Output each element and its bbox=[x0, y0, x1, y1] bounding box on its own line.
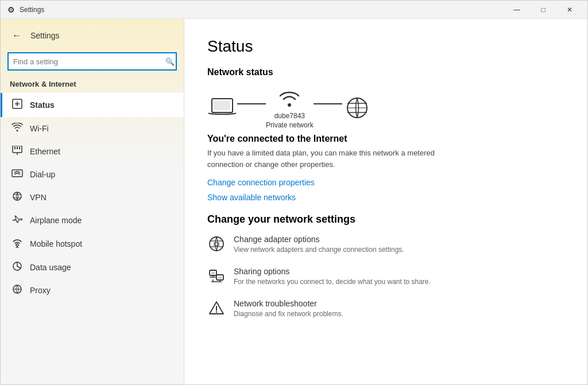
ethernet-icon bbox=[11, 146, 23, 157]
troubleshooter-title: Network troubleshooter bbox=[234, 299, 343, 308]
sidebar-item-ethernet-label: Ethernet bbox=[30, 147, 60, 156]
adapter-text: Change adapter options View network adap… bbox=[234, 235, 404, 254]
sidebar-item-dialup-label: Dial-up bbox=[30, 170, 55, 179]
network-status-title: Network status bbox=[207, 67, 564, 77]
change-connection-link[interactable]: Change connection properties bbox=[207, 178, 564, 187]
sidebar-item-dialup[interactable]: Dial-up bbox=[1, 163, 184, 186]
sidebar-item-status-label: Status bbox=[30, 100, 55, 110]
app-icon: ⚙ bbox=[7, 5, 15, 14]
main-content: Status Network status bbox=[184, 19, 587, 384]
sidebar-item-airplane-label: Airplane mode bbox=[30, 216, 82, 225]
svg-point-7 bbox=[13, 192, 21, 200]
svg-rect-32 bbox=[218, 277, 222, 279]
wifi-diagram-icon bbox=[276, 87, 303, 110]
sidebar-item-ethernet[interactable]: Ethernet bbox=[1, 140, 184, 163]
svg-point-10 bbox=[16, 244, 18, 246]
sidebar-item-wifi-label: Wi-Fi bbox=[30, 124, 49, 133]
change-settings-title: Change your network settings bbox=[207, 213, 564, 225]
hotspot-icon bbox=[11, 238, 23, 250]
maximize-button[interactable]: □ bbox=[530, 1, 556, 19]
titlebar-left: ⚙ Settings bbox=[7, 5, 44, 14]
search-icon: 🔍 bbox=[165, 57, 175, 66]
wifi-diagram-item: dube7843 Private network bbox=[266, 87, 314, 129]
adapter-title: Change adapter options bbox=[234, 235, 404, 244]
sharing-icon bbox=[207, 268, 226, 287]
dialup-icon bbox=[11, 169, 23, 180]
svg-point-23 bbox=[210, 237, 223, 251]
settings-item-troubleshooter: Network troubleshooter Diagnose and fix … bbox=[207, 299, 564, 320]
laptop-diagram-item bbox=[207, 96, 237, 119]
globe-icon bbox=[342, 96, 372, 119]
network-type: Private network bbox=[266, 121, 314, 129]
sidebar-item-proxy-label: Proxy bbox=[30, 286, 51, 295]
sidebar-item-datausage-label: Data usage bbox=[30, 263, 71, 272]
sidebar-item-datausage[interactable]: Data usage bbox=[1, 256, 184, 279]
sidebar-item-wifi[interactable]: Wi-Fi bbox=[1, 117, 184, 140]
sidebar-item-vpn-label: VPN bbox=[30, 193, 47, 202]
sharing-title: Sharing options bbox=[234, 267, 431, 276]
airplane-icon bbox=[11, 215, 23, 226]
back-icon: ← bbox=[12, 30, 21, 41]
svg-rect-4 bbox=[19, 147, 20, 149]
troubleshooter-icon bbox=[207, 300, 226, 320]
svg-rect-17 bbox=[214, 101, 230, 110]
sidebar-app-title: Settings bbox=[30, 31, 60, 40]
sidebar-header: ← Settings bbox=[1, 19, 184, 48]
svg-rect-28 bbox=[211, 272, 215, 274]
laptop-icon bbox=[207, 96, 237, 119]
titlebar-controls: — □ ✕ bbox=[504, 1, 583, 19]
svg-rect-3 bbox=[17, 147, 18, 149]
wifi-icon bbox=[11, 123, 23, 134]
minimize-button[interactable]: — bbox=[504, 1, 530, 19]
show-networks-link[interactable]: Show available networks bbox=[207, 193, 564, 202]
sidebar-item-airplane[interactable]: Airplane mode bbox=[1, 209, 184, 232]
svg-rect-2 bbox=[14, 147, 16, 149]
close-button[interactable]: ✕ bbox=[556, 1, 583, 19]
status-icon bbox=[11, 99, 23, 111]
troubleshooter-desc: Diagnose and fix network problems. bbox=[234, 310, 343, 318]
search-box: 🔍 bbox=[7, 52, 177, 71]
adapter-desc: View network adapters and change connect… bbox=[234, 246, 404, 254]
line-1 bbox=[237, 103, 266, 104]
adapter-icon bbox=[207, 236, 226, 255]
datausage-icon bbox=[11, 262, 23, 273]
svg-rect-26 bbox=[214, 243, 219, 246]
titlebar: ⚙ Settings — □ ✕ bbox=[1, 1, 587, 19]
settings-window: ⚙ Settings — □ ✕ ← Settings 🔍 Netw bbox=[0, 0, 588, 385]
sidebar-item-hotspot-label: Mobile hotspot bbox=[30, 239, 82, 248]
proxy-icon bbox=[11, 285, 23, 296]
sharing-desc: For the networks you connect to, decide … bbox=[234, 278, 431, 286]
back-button[interactable]: ← bbox=[10, 28, 24, 43]
sharing-text: Sharing options For the networks you con… bbox=[234, 267, 431, 286]
sidebar-section-title: Network & Internet bbox=[1, 77, 184, 93]
sidebar-item-hotspot[interactable]: Mobile hotspot bbox=[1, 232, 184, 256]
content-area: ← Settings 🔍 Network & Internet bbox=[1, 19, 587, 384]
window-title: Settings bbox=[20, 6, 44, 14]
sidebar: ← Settings 🔍 Network & Internet bbox=[1, 19, 184, 384]
sidebar-item-proxy[interactable]: Proxy bbox=[1, 279, 184, 302]
search-input[interactable] bbox=[7, 52, 177, 71]
svg-point-18 bbox=[288, 103, 291, 107]
page-title: Status bbox=[207, 37, 564, 56]
troubleshooter-text: Network troubleshooter Diagnose and fix … bbox=[234, 299, 343, 318]
sidebar-item-vpn[interactable]: VPN bbox=[1, 186, 184, 209]
network-diagram: dube7843 Private network bbox=[207, 87, 564, 129]
connected-desc: If you have a limited data plan, you can… bbox=[207, 147, 448, 170]
connected-title: You're connected to the Internet bbox=[207, 134, 564, 144]
network-name: dube7843 bbox=[266, 112, 314, 120]
sidebar-item-status[interactable]: Status bbox=[1, 93, 184, 117]
search-button[interactable]: 🔍 bbox=[165, 57, 175, 66]
vpn-icon bbox=[11, 192, 23, 203]
line-2 bbox=[314, 103, 342, 104]
svg-point-37 bbox=[216, 312, 217, 313]
settings-item-adapter: Change adapter options View network adap… bbox=[207, 235, 564, 255]
globe-diagram-item bbox=[342, 96, 372, 119]
settings-item-sharing: Sharing options For the networks you con… bbox=[207, 267, 564, 287]
